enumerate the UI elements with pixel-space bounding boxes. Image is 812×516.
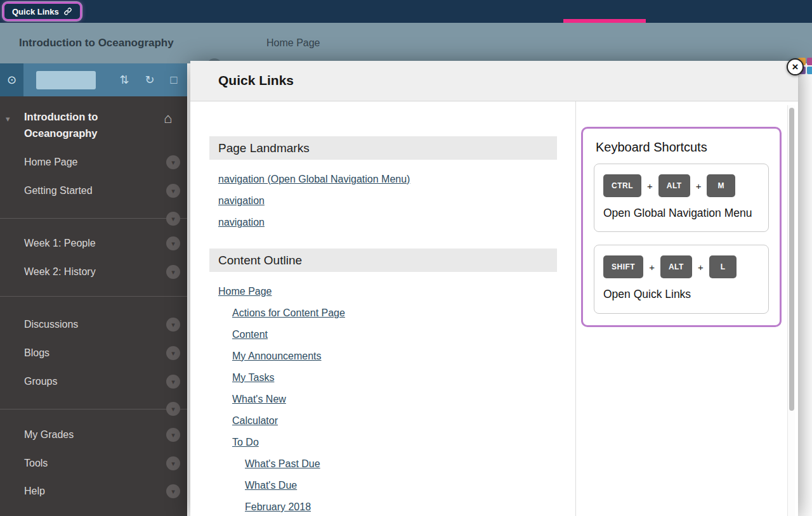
refresh-glyph: ↻	[145, 73, 154, 87]
sidebar-item-help[interactable]: Help ▾	[0, 477, 187, 505]
chevron-down-icon[interactable]: ▾	[166, 265, 180, 279]
chevron-down-icon[interactable]: ▾	[166, 236, 180, 250]
sidebar-item-label: My Grades	[24, 429, 74, 441]
divider-chevron-down-icon[interactable]: ▾	[166, 212, 180, 226]
outline-link[interactable]: To Do	[232, 432, 259, 453]
outline-link[interactable]: What's Past Due	[245, 453, 320, 475]
sidebar-item-label: Groups	[24, 376, 57, 387]
sidebar-item-tools[interactable]: Tools ▾	[0, 449, 187, 477]
outline-link[interactable]: Actions for Content Page	[232, 302, 345, 324]
sidebar-item-discussions[interactable]: Discussions ▾	[0, 311, 187, 339]
plus-separator: +	[696, 181, 702, 191]
outline-link[interactable]: Content	[232, 324, 268, 345]
page-landmarks-heading: Page Landmarks	[209, 136, 557, 160]
menu-divider	[0, 296, 187, 297]
modal-left-column: Page Landmarks navigation (Open Global N…	[209, 136, 557, 516]
content-outline-heading: Content Outline	[209, 248, 557, 272]
shortcut-label: Open Global Navigation Menu	[603, 205, 759, 221]
outline-link[interactable]: What's Due	[245, 475, 297, 496]
outline-link[interactable]: What's New	[232, 389, 286, 410]
modal-header: Quick Links	[190, 61, 798, 101]
page-title: Home Page	[266, 23, 320, 63]
close-glyph: ×	[792, 61, 799, 74]
content-outline-links: Home Page Actions for Content Page Conte…	[209, 281, 557, 516]
landmark-link[interactable]: navigation	[218, 190, 265, 212]
quick-links-button[interactable]: Quick Links	[3, 2, 82, 21]
course-title: Introduction to Oceanography	[19, 23, 174, 63]
page-landmarks-links: navigation (Open Global Navigation Menu)…	[209, 169, 557, 233]
shortcut-label: Open Quick Links	[603, 287, 759, 302]
shortcut-card: SHIFT + ALT + L Open Quick Links	[594, 245, 769, 313]
outline-link[interactable]: Home Page	[218, 281, 272, 302]
screen: Quick Links Introduction to Oceanography…	[0, 0, 812, 516]
plus-separator: +	[649, 262, 655, 273]
sidebar-item-label: Blogs	[24, 347, 49, 359]
course-header: Introduction to Oceanography ▾ Home Page	[0, 23, 812, 63]
sidebar-item-label: Tools	[24, 458, 48, 469]
outline-link[interactable]: My Announcements	[232, 345, 322, 367]
sidebar-item-groups[interactable]: Groups ▾	[0, 368, 187, 396]
sidebar-course-title[interactable]: Introduction to Oceanography	[24, 109, 148, 141]
sidebar-item-home-page[interactable]: Home Page ▾	[0, 148, 187, 176]
quick-links-label: Quick Links	[12, 7, 59, 16]
sidebar-item-label: Discussions	[24, 319, 78, 330]
sidebar-item-blogs[interactable]: Blogs ▾	[0, 339, 187, 367]
chevron-down-icon[interactable]: ▾	[166, 184, 180, 198]
refresh-icon[interactable]: ↻	[140, 63, 160, 96]
keycap: L	[709, 255, 737, 278]
chevron-down-icon[interactable]: ▾	[166, 428, 180, 442]
plus-separator: +	[698, 262, 704, 273]
sidebar-item-label: Help	[24, 486, 45, 497]
popout-window-icon[interactable]: □	[164, 63, 184, 96]
chevron-down-icon[interactable]: ▾	[166, 484, 180, 498]
sidebar-item-label: Week 1: People	[24, 238, 96, 249]
scrollbar-thumb[interactable]	[789, 108, 794, 411]
shortcut-card: CTRL + ALT + M Open Global Navigation Me…	[594, 164, 769, 232]
menu-divider	[0, 218, 187, 219]
collapse-chevron-icon[interactable]: ▾	[6, 114, 10, 124]
modal-scrollbar[interactable]	[787, 105, 795, 516]
landmark-link[interactable]: navigation	[218, 212, 265, 233]
keycap: M	[707, 174, 735, 197]
keycap: SHIFT	[603, 255, 643, 278]
sidebar-item-week-2-history[interactable]: Week 2: History ▾	[0, 258, 187, 286]
keyboard-shortcuts-panel: Keyboard Shortcuts CTRL + ALT + M Open G…	[581, 127, 782, 327]
sidebar-item-label: Home Page	[24, 157, 78, 168]
reorder-icon[interactable]: ⇅	[114, 63, 134, 96]
top-bar: Quick Links	[0, 0, 812, 23]
menu-divider	[0, 409, 187, 410]
divider-chevron-down-icon[interactable]: ▾	[166, 402, 180, 416]
plus-separator: +	[647, 181, 653, 191]
sidebar-item-label: Getting Started	[24, 185, 93, 197]
shortcut-keys: SHIFT + ALT + L	[603, 255, 759, 278]
outline-link[interactable]: Calculator	[232, 410, 278, 432]
home-icon[interactable]: ⌂	[164, 110, 172, 127]
sort-glyph: ⇅	[119, 73, 129, 87]
keycap: CTRL	[603, 174, 641, 197]
close-icon[interactable]: ×	[787, 58, 804, 75]
modal-title: Quick Links	[190, 61, 798, 100]
shortcut-keys: CTRL + ALT + M	[603, 174, 759, 197]
keycap: ALT	[660, 255, 692, 278]
chevron-down-icon[interactable]: ▾	[166, 346, 180, 360]
sidebar-item-week-1-people[interactable]: Week 1: People ▾	[0, 229, 187, 257]
landmark-link[interactable]: navigation (Open Global Navigation Menu)	[218, 169, 410, 190]
menu-style-button[interactable]	[36, 71, 96, 89]
link-icon	[63, 7, 72, 16]
quick-links-modal: Quick Links Page Landmarks navigation (O…	[190, 61, 798, 516]
chevron-down-icon[interactable]: ▾	[166, 456, 180, 470]
chevron-down-icon[interactable]: ▾	[166, 318, 180, 332]
chevron-down-icon[interactable]: ▾	[166, 155, 180, 169]
outline-link[interactable]: My Tasks	[232, 367, 274, 389]
outline-link[interactable]: February 2018	[245, 496, 311, 516]
target-glyph: ⊙	[7, 73, 16, 87]
window-glyph: □	[171, 74, 178, 87]
course-menu-sidebar: ⊙ ⇅ ↻ □ ▾ Introduction to Oceanography ⌂…	[0, 63, 187, 516]
keycap: ALT	[658, 174, 690, 197]
sidebar-item-my-grades[interactable]: My Grades ▾	[0, 421, 187, 449]
chevron-down-icon[interactable]: ▾	[166, 375, 180, 389]
sidebar-item-getting-started[interactable]: Getting Started ▾	[0, 177, 187, 205]
sidebar-item-label: Week 2: History	[24, 266, 96, 278]
view-toggle-icon[interactable]: ⊙	[0, 63, 23, 96]
keyboard-shortcuts-heading: Keyboard Shortcuts	[596, 140, 769, 155]
